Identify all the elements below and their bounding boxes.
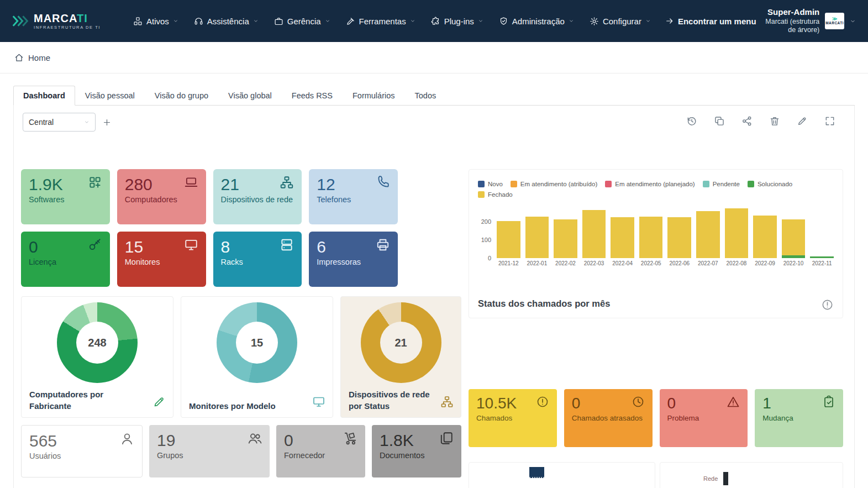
tab-todos[interactable]: Todos [405,86,446,106]
x-tick-label: 2022-02 [554,260,577,266]
ticket-card-chamados-atrasados[interactable]: 0Chamados atrasados [564,389,653,447]
donut-chart[interactable]: 248 [57,302,138,383]
stat-card-telefones[interactable]: 12Telefones [309,169,398,224]
chevron-down-icon [253,18,259,24]
bar-2022-10[interactable] [782,206,806,258]
tab-feeds-rss[interactable]: Feeds RSS [282,86,343,106]
stat-card-dispositivos-de-rede[interactable]: 21Dispositivos de rede [213,169,302,224]
card-value: 0 [29,238,38,256]
stat-card-licenca[interactable]: 0Licença [21,232,110,287]
bar-2022-07[interactable] [696,206,720,258]
donut-card-computadores-por-fabricante[interactable]: 248Computadores por Fabricante [21,296,173,418]
stat-card-racks[interactable]: 8Racks [213,232,302,287]
stat-card-computadores[interactable]: 280Computadores [117,169,206,224]
legend-item-pendente[interactable]: Pendente [703,181,740,187]
asset-card-fornecedor[interactable]: 0Fornecedor [276,425,365,477]
card-label: Computadores [125,195,198,204]
top-nav: MARCATI INFRAESTRUTURA DE TI AtivosAssis… [0,0,868,42]
bar-2022-05[interactable] [639,206,663,258]
nav-item-ferramentas[interactable]: Ferramentas [346,17,415,26]
stat-card-monitores[interactable]: 15Monitores [117,232,206,287]
edit-button[interactable] [797,116,808,129]
card-label: Racks [221,258,294,266]
user-menu[interactable]: Super-Admin Marcati (estrutura de árvore… [756,7,820,35]
chevron-down-icon [84,119,90,125]
find-menu-button[interactable]: Encontrar um menu [665,17,756,26]
nav-item-label: Ferramentas [359,17,406,26]
nav-right: Super-Admin Marcati (estrutura de árvore… [756,7,856,35]
tab-visao-pessoal[interactable]: Visão pessoal [75,86,145,106]
users-icon [248,431,262,445]
bar-2022-06[interactable] [667,206,691,258]
history-button[interactable] [686,116,697,129]
breadcrumb-home[interactable]: Home [14,53,50,62]
legend-label: Em atendimento (planejado) [615,181,695,187]
entity-logo[interactable]: ≫ MARCATI [825,13,844,29]
delete-button[interactable] [769,116,780,129]
legend-item-solucionado[interactable]: Solucionado [748,181,792,187]
widget-warning-icon[interactable] [821,298,834,311]
ticket-card-chamados[interactable]: 10.5KChamados [469,389,557,447]
dashboard-left-column: 1.9KSoftwares280Computadores21Dispositiv… [21,169,461,488]
rack-icon [280,238,294,252]
network-icon [280,175,294,190]
legend-item-em-atendimento-planejado[interactable]: Em atendimento (planejado) [605,181,695,187]
bar-segment-fechado [582,210,606,258]
card-label: Grupos [157,451,262,460]
legend-swatch [478,181,485,187]
tab-dashboard[interactable]: Dashboard [13,86,75,106]
ticket-card-mudanca[interactable]: 1Mudança [755,389,843,447]
clone-button[interactable] [714,116,725,129]
chevron-down-icon [173,18,178,24]
x-tick-label: 2021-12 [497,260,520,266]
donut-chart[interactable]: 15 [217,302,297,383]
stat-card-softwares[interactable]: 1.9KSoftwares [21,169,110,224]
brand-logo[interactable]: MARCATI INFRAESTRUTURA DE TI [12,12,114,30]
bar-2022-03[interactable] [582,206,606,258]
bar-2022-02[interactable] [554,206,577,258]
nav-item-configurar[interactable]: Configurar [590,17,651,26]
bar-2022-11[interactable] [810,206,834,258]
bar-2022-08[interactable] [725,206,749,258]
bar-2022-04[interactable] [611,206,634,258]
chevron-down-icon[interactable] [850,18,856,24]
tab-formularios[interactable]: Formulários [343,86,405,106]
add-dashboard-button[interactable] [102,118,112,127]
nav-item-label: Gerência [287,17,321,26]
card-label: Dispositivos de rede [221,195,294,204]
y-tick-label: 0 [488,255,491,261]
dashboard-select-value: Central [29,118,54,127]
donut-card-monitores-por-modelo[interactable]: 15Monitores por Modelo [181,296,333,418]
nav-item-administracao[interactable]: Administração [499,17,574,26]
tab-visao-do-grupo[interactable]: Visão do grupo [145,86,218,106]
legend-item-fechado[interactable]: Fechado [478,191,513,198]
bar-segment-fechado [667,217,691,258]
ticket-card-problema[interactable]: 0Problema [660,389,748,447]
asset-card-grupos[interactable]: 19Grupos [149,425,270,477]
bar-2022-09[interactable] [753,206,777,258]
card-value: 1 [762,395,771,412]
nav-item-plug-ins[interactable]: Plug-ins [431,17,483,26]
nav-item-gerencia[interactable]: Gerência [274,17,330,26]
fullscreen-button[interactable] [824,116,835,129]
legend-item-em-atendimento-atribuido[interactable]: Em atendimento (atribuído) [511,181,597,187]
asset-card-usuarios[interactable]: 565Usuários [21,425,143,477]
bar-2021-12[interactable] [497,206,520,258]
x-tick-label: 2022-10 [782,260,806,266]
dashboard-select[interactable]: Central [23,113,96,132]
card-value: 0 [284,431,293,449]
donut-card-dispositivos-de-rede-por-status[interactable]: 21Dispositivos de rede por Status [340,296,461,418]
legend-label: Fechado [488,191,513,198]
brand-ti: TI [77,12,88,24]
asset-card-documentos[interactable]: 1.8KDocumentos [372,425,461,477]
nav-item-assistencia[interactable]: Assistência [194,17,259,26]
stat-card-impressoras[interactable]: 6Impressoras [309,232,398,287]
share-button[interactable] [741,116,753,129]
legend-item-novo[interactable]: Novo [478,181,503,187]
bar-2022-01[interactable] [525,206,549,258]
nav-item-ativos[interactable]: Ativos [133,17,178,26]
tab-visao-global[interactable]: Visão global [218,86,282,106]
bar-segment-fechado [725,208,749,258]
card-value: 6 [317,238,326,256]
donut-chart[interactable]: 21 [361,302,441,383]
